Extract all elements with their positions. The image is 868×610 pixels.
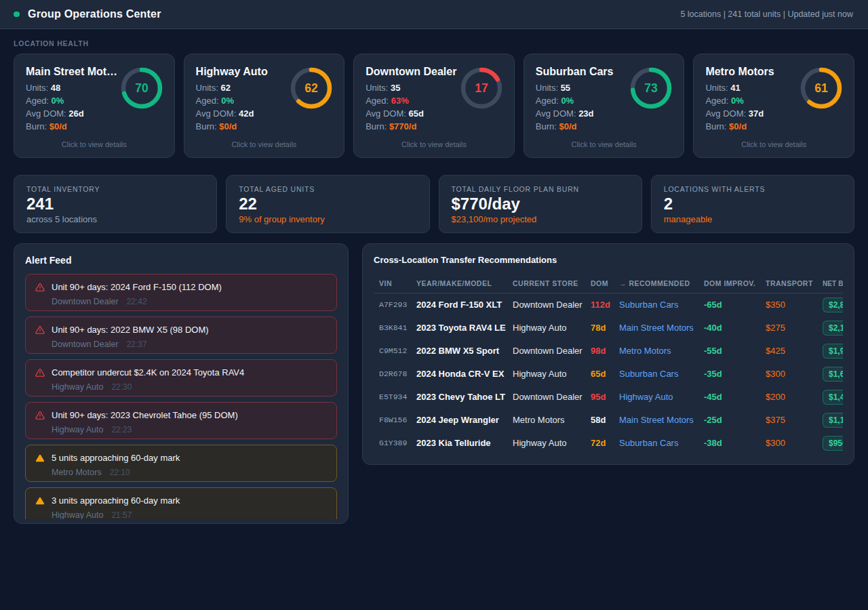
svg-text:62: 62 xyxy=(304,81,318,95)
svg-text:61: 61 xyxy=(814,81,828,95)
svg-text:73: 73 xyxy=(645,81,658,95)
svg-text:17: 17 xyxy=(475,81,488,95)
svg-text:70: 70 xyxy=(135,81,149,95)
